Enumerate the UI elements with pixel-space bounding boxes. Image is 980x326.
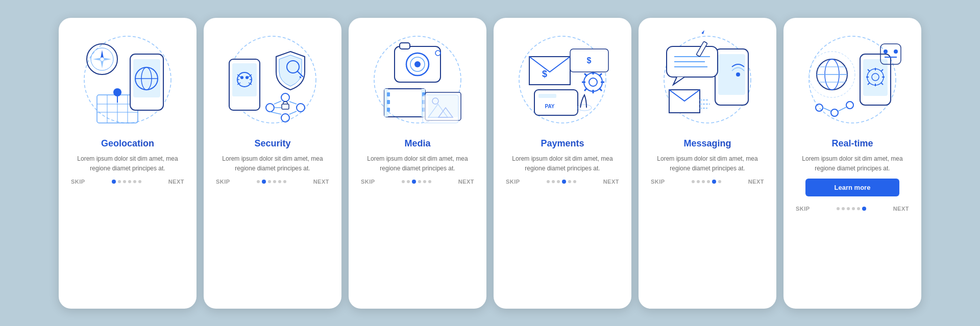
- svg-line-41: [270, 112, 281, 114]
- card-geolocation: Geolocation Lorem ipsum dolor sit dim am…: [59, 18, 197, 309]
- dot-5: [573, 180, 576, 183]
- next-button-media[interactable]: NEXT: [458, 179, 474, 185]
- dot-2: [412, 180, 416, 184]
- dots-security: [257, 180, 286, 184]
- illustration-security: [214, 26, 331, 133]
- card-title-security: Security: [214, 138, 331, 149]
- svg-text:$: $: [542, 69, 547, 79]
- skip-button-geolocation[interactable]: SKIP: [71, 179, 85, 185]
- card-body-geolocation: Lorem ipsum dolor sit dim amet, mea regi…: [69, 154, 186, 173]
- svg-point-39: [281, 93, 289, 102]
- next-button-realtime[interactable]: NEXT: [893, 206, 909, 212]
- card-footer-geolocation: SKIP NEXT: [69, 173, 186, 187]
- svg-rect-56: [387, 92, 390, 96]
- svg-point-124: [884, 49, 888, 54]
- card-body-security: Lorem ipsum dolor sit dim amet, mea regi…: [214, 154, 331, 173]
- dot-2: [268, 180, 271, 183]
- dot-3: [128, 180, 131, 183]
- svg-line-121: [823, 108, 831, 111]
- svg-rect-48: [400, 43, 410, 49]
- card-body-payments: Lorem ipsum dolor sit dim amet, mea regi…: [504, 154, 621, 173]
- card-title-media: Media: [359, 138, 476, 149]
- next-button-messaging[interactable]: NEXT: [748, 179, 764, 185]
- dots-payments: [547, 180, 576, 184]
- skip-button-payments[interactable]: SKIP: [506, 179, 520, 185]
- svg-rect-71: [538, 94, 556, 98]
- svg-line-122: [838, 107, 846, 111]
- svg-rect-57: [387, 100, 390, 104]
- dot-2: [557, 180, 560, 183]
- dot-5: [718, 180, 721, 183]
- svg-line-81: [599, 88, 602, 91]
- svg-point-36: [266, 104, 274, 112]
- svg-rect-22: [232, 63, 257, 96]
- svg-marker-95: [701, 30, 705, 34]
- dot-1: [262, 180, 266, 184]
- skip-button-messaging[interactable]: SKIP: [651, 179, 665, 185]
- svg-point-38: [297, 104, 305, 112]
- dot-4: [857, 207, 860, 210]
- svg-point-25: [246, 76, 249, 79]
- learn-more-button[interactable]: Learn more: [805, 179, 899, 196]
- dot-1: [118, 180, 121, 183]
- dot-2: [847, 207, 850, 210]
- dot-0: [402, 180, 405, 183]
- svg-line-34: [301, 75, 303, 77]
- illustration-media: [359, 26, 476, 133]
- dot-0: [837, 207, 840, 210]
- card-security: Security Lorem ipsum dolor sit dim amet,…: [204, 18, 341, 309]
- dot-3: [562, 180, 566, 184]
- dot-4: [278, 180, 281, 183]
- card-footer-security: SKIP NEXT: [214, 173, 331, 187]
- illustration-messaging: [649, 26, 766, 133]
- dots-geolocation: [112, 180, 141, 184]
- svg-line-44: [274, 101, 281, 104]
- card-footer-media: SKIP NEXT: [359, 173, 476, 187]
- dot-5: [138, 180, 141, 183]
- dot-4: [568, 180, 571, 183]
- dots-messaging: [692, 180, 721, 184]
- dot-2: [123, 180, 126, 183]
- svg-point-7: [113, 88, 121, 96]
- card-title-realtime: Real-time: [794, 138, 911, 149]
- svg-rect-45: [282, 104, 289, 109]
- card-realtime: Real-time Lorem ipsum dolor sit dim amet…: [783, 18, 921, 309]
- dot-3: [418, 180, 421, 183]
- dot-3: [852, 207, 855, 210]
- dots-realtime: [837, 207, 866, 211]
- card-footer-payments: SKIP NEXT: [504, 173, 621, 187]
- svg-point-75: [589, 78, 597, 86]
- skip-button-media[interactable]: SKIP: [361, 179, 375, 185]
- svg-point-89: [736, 72, 740, 77]
- card-body-messaging: Lorem ipsum dolor sit dim amet, mea regi…: [649, 154, 766, 173]
- next-button-payments[interactable]: NEXT: [603, 179, 619, 185]
- next-button-security[interactable]: NEXT: [313, 179, 329, 185]
- dots-media: [402, 180, 431, 184]
- svg-point-119: [831, 109, 838, 116]
- card-body-realtime: Lorem ipsum dolor sit dim amet, mea regi…: [794, 154, 911, 173]
- svg-point-118: [816, 104, 823, 111]
- card-payments: $ PAY: [494, 18, 631, 309]
- dot-1: [552, 180, 555, 183]
- card-media: Media Lorem ipsum dolor sit dim amet, me…: [349, 18, 486, 309]
- dot-5: [862, 207, 866, 211]
- svg-text:$: $: [587, 56, 592, 65]
- dot-0: [692, 180, 695, 183]
- svg-line-82: [599, 73, 602, 76]
- svg-marker-18: [93, 58, 101, 61]
- card-title-payments: Payments: [504, 138, 621, 149]
- card-title-messaging: Messaging: [649, 138, 766, 149]
- skip-button-realtime[interactable]: SKIP: [796, 206, 810, 212]
- svg-point-73: [577, 105, 592, 111]
- dot-1: [842, 207, 845, 210]
- skip-button-security[interactable]: SKIP: [216, 179, 230, 185]
- dot-4: [423, 180, 426, 183]
- svg-point-14: [87, 44, 117, 74]
- dot-3: [707, 180, 710, 183]
- next-button-geolocation[interactable]: NEXT: [168, 179, 184, 185]
- card-footer-messaging: SKIP NEXT: [649, 173, 766, 187]
- svg-line-83: [584, 88, 587, 91]
- svg-text:PAY: PAY: [545, 104, 555, 109]
- svg-point-37: [281, 114, 289, 122]
- svg-rect-70: [534, 90, 578, 115]
